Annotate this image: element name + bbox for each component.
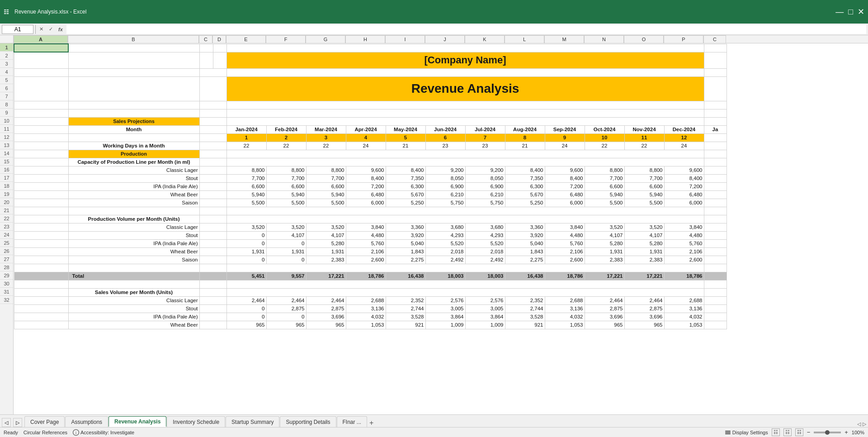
formula-input[interactable] (66, 25, 866, 34)
wd-12[interactable]: 24 (664, 142, 704, 150)
cell-extra4[interactable] (704, 76, 726, 101)
col-header-G[interactable]: G (306, 35, 345, 43)
cell-A10[interactable] (14, 142, 68, 150)
row-num-28[interactable]: 28 (0, 263, 13, 271)
cap-cl-12[interactable]: 9,600 (664, 166, 704, 174)
col-header-P[interactable]: P (664, 35, 703, 43)
cell-E1-span[interactable] (226, 44, 704, 52)
row-num-12[interactable]: 12 (0, 133, 13, 141)
num-10[interactable]: 10 (585, 133, 624, 142)
cell-A2[interactable] (14, 52, 68, 68)
cell-B4[interactable] (68, 76, 199, 101)
cell-A7[interactable] (14, 117, 68, 125)
row-num-5[interactable]: 5 (0, 76, 13, 84)
month-jun[interactable]: Jun-2024 (425, 125, 465, 133)
function-icon[interactable]: fx (58, 27, 63, 32)
stout-label-cap[interactable]: Stout (68, 174, 199, 182)
row-num-25[interactable]: 25 (0, 239, 13, 247)
cell-B6[interactable] (68, 109, 199, 117)
cap-cl-4[interactable]: 9,600 (346, 166, 386, 174)
cancel-icon[interactable]: ✕ (39, 26, 43, 32)
num-9[interactable]: 9 (545, 133, 585, 142)
col-header-K[interactable]: K (465, 35, 505, 43)
cell-A13[interactable] (14, 166, 68, 174)
col-header-L[interactable]: L (505, 35, 544, 43)
col-header-H[interactable]: H (345, 35, 385, 43)
cell-extra2[interactable] (704, 52, 726, 68)
cell-reference-box[interactable]: A1 (2, 25, 33, 34)
col-header-A[interactable]: A (14, 35, 68, 43)
month-col-header[interactable]: Month (68, 125, 199, 133)
num-4[interactable]: 4 (346, 133, 386, 142)
wd-1[interactable]: 22 (226, 142, 266, 150)
cell-extra1[interactable] (704, 44, 726, 52)
col-header-J[interactable]: J (425, 35, 465, 43)
tab-nav-right[interactable]: ▷ (13, 418, 22, 427)
sales-projections-label[interactable]: Sales Projections (68, 117, 199, 125)
num-1[interactable]: 1 (226, 133, 266, 142)
row-num-13[interactable]: 13 (0, 141, 13, 149)
col-header-O[interactable]: O (624, 35, 664, 43)
row-num-15[interactable]: 15 (0, 157, 13, 166)
cell-C2[interactable] (199, 52, 213, 68)
row-num-6[interactable]: 6 (0, 84, 13, 92)
cell-A9[interactable] (14, 133, 68, 142)
confirm-icon[interactable]: ✓ (49, 26, 53, 32)
cap-cl-8[interactable]: 8,400 (505, 166, 545, 174)
row-num-7[interactable]: 7 (0, 92, 13, 100)
tab-supporting-details[interactable]: Supporting Details (280, 416, 336, 427)
row-num-2[interactable]: 2 (0, 52, 13, 60)
row-num-20[interactable]: 20 (0, 198, 13, 206)
cell-C1[interactable] (199, 44, 213, 52)
month-aug[interactable]: Aug-2024 (505, 125, 545, 133)
cell-B9[interactable] (68, 133, 199, 142)
row-num-31[interactable]: 31 (0, 288, 13, 296)
zoom-in-icon[interactable]: + (844, 429, 848, 436)
zoom-out-icon[interactable]: − (807, 429, 811, 436)
col-header-I[interactable]: I (385, 35, 425, 43)
minimize-icon[interactable]: — (835, 7, 844, 17)
cell-D1[interactable] (213, 44, 226, 52)
month-jul[interactable]: Jul-2024 (465, 125, 505, 133)
row-num-26[interactable]: 26 (0, 247, 13, 255)
view-normal-icon[interactable]: ☷ (772, 428, 780, 436)
tab-revenue-analysis[interactable]: Revenue Analysis (108, 416, 166, 427)
row-num-21[interactable]: 21 (0, 206, 13, 214)
cell-extra3[interactable] (704, 68, 726, 76)
num-3[interactable]: 3 (306, 133, 346, 142)
cl-vol-label[interactable]: Classic Lager (68, 223, 199, 231)
cap-cl-2[interactable]: 8,800 (266, 166, 306, 174)
wd-3[interactable]: 22 (306, 142, 346, 150)
month-next[interactable]: Ja (704, 125, 726, 133)
num-11[interactable]: 11 (624, 133, 664, 142)
wd-4[interactable]: 24 (346, 142, 386, 150)
saison-vol-label[interactable]: Saison (68, 256, 199, 264)
prod-vol-label[interactable]: Production Volume per Month (Units) (68, 215, 199, 223)
accessibility-icon[interactable]: i Accessibility: Investigate (73, 429, 134, 436)
row-num-30[interactable]: 30 (0, 280, 13, 288)
row-num-8[interactable]: 8 (0, 100, 13, 109)
horizontal-scroll-left[interactable]: ◁ (857, 421, 861, 427)
stout-vol-label[interactable]: Stout (68, 231, 199, 239)
col-header-N[interactable]: N (584, 35, 624, 43)
tab-inventory-schedule[interactable]: Inventory Schedule (167, 416, 225, 427)
wd-2[interactable]: 22 (266, 142, 306, 150)
view-page-layout-icon[interactable]: ☷ (783, 428, 792, 436)
cap-cl-7[interactable]: 9,200 (465, 166, 505, 174)
production-label[interactable]: Production (68, 150, 199, 158)
cap-cl-3[interactable]: 8,800 (306, 166, 346, 174)
cell-B3[interactable] (68, 68, 199, 76)
cell-A3[interactable] (14, 68, 68, 76)
num-7[interactable]: 7 (465, 133, 505, 142)
wd-7[interactable]: 23 (465, 142, 505, 150)
col-header-Q[interactable]: C (703, 35, 726, 43)
row-num-10[interactable]: 10 (0, 117, 13, 125)
tab-nav-left[interactable]: ◁ (2, 418, 11, 427)
row-num-1[interactable]: 1 (0, 43, 13, 52)
num-12[interactable]: 12 (664, 133, 704, 142)
cap-cl-11[interactable]: 8,800 (624, 166, 664, 174)
cell-B1[interactable] (68, 44, 199, 52)
cl-sales-label[interactable]: Classic Lager (68, 296, 199, 304)
revenue-title-cell[interactable]: Revenue Analysis (226, 76, 704, 101)
col-header-B[interactable]: B (68, 35, 199, 43)
